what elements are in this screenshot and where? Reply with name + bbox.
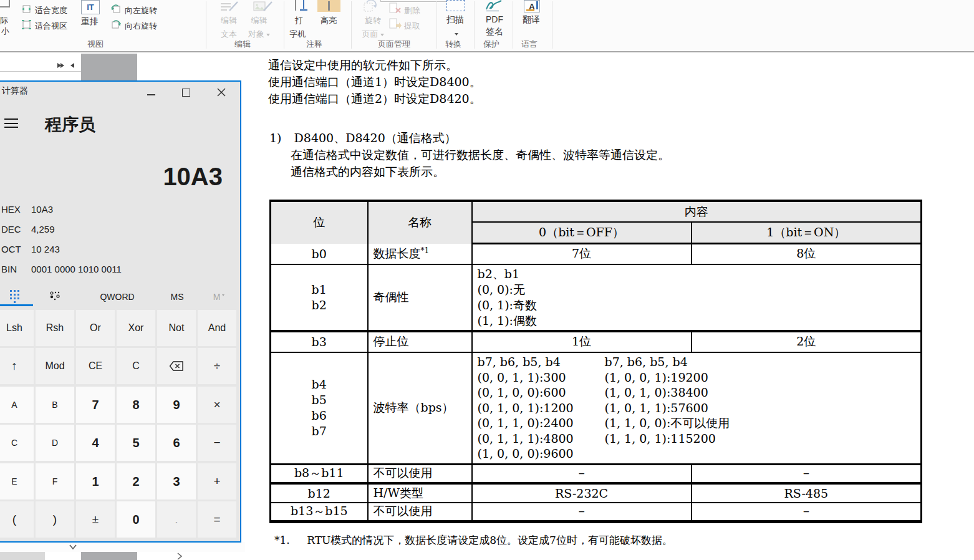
key-backspace[interactable] (157, 348, 196, 384)
cell-bit: b0 (271, 244, 368, 264)
key-multiply[interactable]: × (198, 387, 236, 423)
radix-row-dec[interactable]: DEC4,259 (1, 224, 55, 235)
radix-row-oct[interactable]: OCT10 243 (1, 244, 60, 255)
key-c-hex[interactable]: C (0, 425, 34, 461)
hamburger-menu-icon[interactable] (4, 118, 18, 128)
table-row: b13～b15 不可以使用 － － (271, 503, 922, 522)
key-c[interactable]: C (117, 348, 155, 384)
maximize-button[interactable] (182, 89, 190, 97)
reflow-button[interactable]: 重排 (81, 16, 99, 27)
key-close-paren[interactable]: ) (36, 501, 74, 538)
key-or[interactable]: Or (76, 310, 115, 346)
chevron-right-icon[interactable] (176, 553, 183, 560)
key-7[interactable]: 7 (76, 387, 115, 423)
key-2[interactable]: 2 (117, 463, 155, 500)
key-f[interactable]: F (36, 463, 74, 500)
key-e[interactable]: E (0, 463, 34, 500)
key-rsh[interactable]: Rsh (36, 310, 74, 346)
fit-visible-button[interactable]: 适合视区 (35, 21, 67, 32)
key-mod[interactable]: Mod (36, 348, 74, 384)
table-row: b0 数据长度*1 7位 8位 (271, 244, 922, 264)
chevron-down-icon[interactable] (69, 544, 77, 550)
cell-bit: b1 b2 (271, 264, 368, 331)
typewriter-button[interactable]: 打字机 (291, 15, 307, 40)
highlight-button[interactable]: 高亮 (321, 15, 337, 26)
extract-page-button: 提取 (404, 21, 420, 32)
edit-object-icon (252, 0, 273, 12)
pdf-sign-button[interactable]: PDF签名 (485, 14, 504, 37)
radix-row-bin[interactable]: BIN0001 0000 1010 0011 (1, 264, 122, 275)
key-plus-minus[interactable]: ± (76, 501, 115, 538)
footnote-marker: *1. (274, 534, 290, 546)
key-4[interactable]: 4 (76, 425, 115, 461)
screen: 通信设定中使用的软元件如下所示。 使用通信端口（通道1）时设定D8400。 使用… (0, 0, 974, 560)
scan-button[interactable]: 扫描 (446, 14, 464, 26)
rotate-pages-icon (360, 0, 379, 12)
cell-parity-values: b2、b1 (0, 0):无 (0, 1):奇数 (1, 1):偶数 (472, 264, 922, 331)
group-separator (552, 1, 552, 49)
cell-baud-values: b7, b6, b5, b4 (0, 0, 1, 1):300 (0, 1, 0… (472, 352, 922, 465)
key-not[interactable]: Not (157, 310, 196, 346)
fit-width-icon (21, 4, 32, 14)
extract-page-icon (388, 18, 402, 29)
list-marker: 1) (269, 131, 282, 145)
bottom-strip (0, 542, 245, 552)
key-open-paren[interactable]: ( (0, 501, 34, 538)
cell-name: H/W类型 (368, 483, 472, 503)
close-button[interactable] (217, 88, 226, 97)
cell-bit: b12 (271, 483, 368, 503)
key-8[interactable]: 8 (117, 387, 155, 423)
cell-bit: b8～b11 (271, 464, 368, 483)
rotate-left-button[interactable]: 向左旋转 (125, 5, 157, 16)
radix-row-hex[interactable]: HEX10A3 (1, 204, 53, 215)
scrollbar-fragment[interactable] (0, 552, 45, 560)
key-plus[interactable]: + (198, 463, 236, 500)
key-shift-up[interactable]: ↑ (0, 348, 34, 384)
key-9[interactable]: 9 (157, 387, 196, 423)
key-xor[interactable]: Xor (117, 310, 155, 346)
bit-toggle-keypad-icon[interactable] (49, 291, 60, 302)
panel-expand-icon[interactable] (57, 59, 64, 70)
key-a[interactable]: A (0, 387, 34, 423)
edit-object-button: 编辑 对象 (248, 15, 270, 40)
delete-page-icon (388, 2, 402, 14)
key-ce[interactable]: CE (76, 348, 115, 384)
memory-store-button[interactable]: MS (165, 292, 190, 302)
list-title: D8400、D8420（通信格式） (294, 131, 456, 145)
cell-name: 停止位 (368, 331, 472, 352)
cell-bit: b3 (271, 331, 368, 352)
key-6[interactable]: 6 (157, 425, 196, 461)
key-5[interactable]: 5 (117, 425, 155, 461)
rotate-pages-button: 旋转 页面 (359, 15, 387, 40)
cell-off: 1位 (472, 331, 692, 352)
key-and[interactable]: And (198, 310, 236, 346)
doc-paragraph: 在通信格式中设定数值，可进行数据长度、奇偶性、波特率等通信设定。 (291, 147, 670, 163)
minimize-button[interactable] (147, 94, 155, 95)
rotate-left-icon (110, 4, 122, 14)
delete-page-button: 删除 (404, 5, 420, 16)
key-0[interactable]: 0 (117, 501, 155, 538)
word-size-button[interactable]: QWORD (97, 292, 138, 302)
cell-on: 2位 (692, 331, 922, 352)
highlight-icon (317, 0, 340, 12)
key-equals[interactable]: = (198, 501, 236, 538)
key-d[interactable]: D (36, 425, 74, 461)
translate-button[interactable]: 翻译 (523, 14, 540, 26)
edit-text-icon (218, 0, 239, 12)
key-lsh[interactable]: Lsh (0, 310, 34, 346)
dropdown-arrow-icon (266, 34, 270, 38)
dropdown-arrow-icon (455, 33, 458, 37)
cell-bit: b13～b15 (271, 503, 368, 522)
full-keypad-icon[interactable] (9, 289, 21, 303)
actual-size-label-1[interactable]: 际 (0, 15, 8, 26)
key-3[interactable]: 3 (157, 463, 196, 500)
key-divide[interactable]: ÷ (198, 348, 236, 384)
rotate-right-button[interactable]: 向右旋转 (125, 21, 157, 32)
key-b[interactable]: B (36, 387, 74, 423)
key-minus[interactable]: − (198, 425, 236, 461)
key-1[interactable]: 1 (76, 463, 115, 500)
fit-width-button[interactable]: 适合宽度 (35, 5, 67, 16)
cell-name: 不可以使用 (368, 464, 472, 483)
actual-size-label-2[interactable]: 小 (1, 26, 9, 37)
panel-collapse-icon[interactable] (70, 59, 74, 70)
